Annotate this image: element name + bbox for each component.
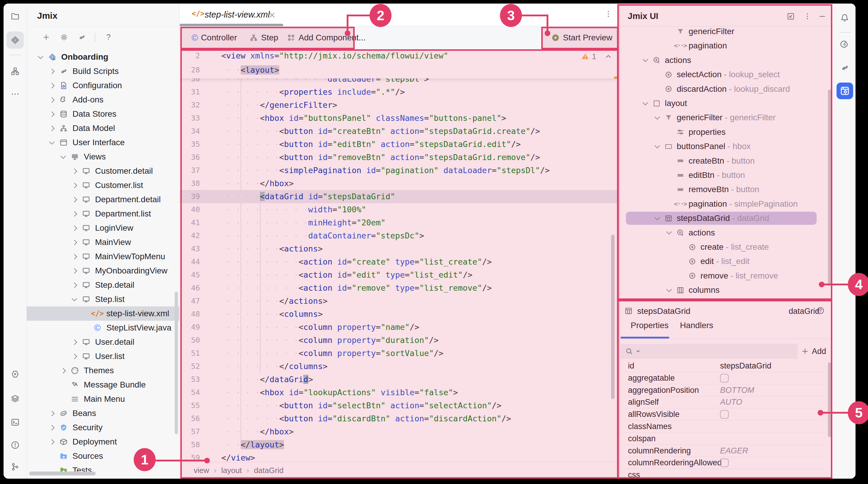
start-preview-button[interactable]: Start Preview [551, 26, 613, 49]
property-row-id[interactable]: idstepsDataGrid [620, 360, 824, 372]
editor-scrollbar[interactable] [611, 234, 615, 399]
hierarchy-item-actions[interactable]: actions [620, 226, 833, 240]
property-checkbox-columnReorderingAllowed[interactable] [720, 458, 729, 467]
step-entity-button[interactable]: Step [249, 26, 278, 49]
chevron-right-icon[interactable] [58, 365, 68, 376]
chevron-right-icon[interactable] [69, 194, 80, 205]
tree-item-step-list[interactable]: Step.list [27, 292, 180, 306]
code-line-57[interactable]: 57 </hbox> [180, 425, 618, 438]
ai-tool-icon[interactable] [838, 38, 851, 51]
code-line-38[interactable]: 38 </hbox> [180, 177, 618, 190]
hierarchy-item-genericFilter[interactable]: genericFilter [620, 24, 833, 39]
chevron-down-icon[interactable] [663, 227, 674, 238]
tree-item-onboarding[interactable]: Onboarding [27, 50, 180, 64]
code-line-58[interactable]: 58 </layout> [180, 438, 618, 451]
code-line-47[interactable]: 47 </actions> [180, 295, 618, 308]
code-line-59[interactable]: 59</view> [180, 451, 618, 462]
tree-item-beans[interactable]: Beans [27, 406, 180, 420]
terminal-tool-icon[interactable] [9, 416, 21, 428]
code-line-45[interactable]: 45 <action id="edit" type="list_edit"/> [180, 268, 618, 282]
gradle-icon[interactable] [76, 31, 88, 43]
question-icon[interactable]: ? [102, 31, 114, 43]
tree-item-mainview[interactable]: MainView [27, 235, 180, 250]
tree-item-build-scripts[interactable]: Build Scripts [27, 64, 180, 78]
property-row-classNames[interactable]: classNames [620, 420, 824, 432]
chevron-right-icon[interactable] [69, 351, 80, 362]
tree-item-data-stores[interactable]: Data Stores [27, 107, 180, 121]
controller-button[interactable]: © Controller [192, 26, 237, 49]
hierarchy-item-edit[interactable]: edit - list_edit [620, 254, 833, 268]
tree-item-department-list[interactable]: Department.list [27, 207, 180, 221]
code-line-56[interactable]: 56 <button id="discardBtn" action="disca… [180, 412, 618, 425]
property-row-aggregationPosition[interactable]: aggregationPositionBOTTOM [620, 384, 824, 396]
chevron-right-icon[interactable] [69, 280, 80, 290]
chevron-down-icon[interactable] [640, 55, 651, 66]
code-line-48[interactable]: 48 <columns> [180, 308, 618, 321]
code-line-39[interactable]: 39 <dataGrid id="stepsDataGrid" [180, 190, 618, 203]
tree-item-customer-list[interactable]: Customer.list [27, 178, 180, 192]
tab-properties[interactable]: Properties [631, 321, 669, 330]
chevron-right-icon[interactable] [46, 437, 57, 447]
jmix-tree-scrollbar[interactable] [828, 90, 831, 286]
property-checkbox-aggregatable[interactable] [720, 374, 729, 382]
property-row-columnRendering[interactable]: columnRenderingEAGER [620, 445, 824, 457]
tree-item-user-list[interactable]: User.list [27, 349, 180, 363]
code-line-52[interactable]: 52 </columns> [180, 360, 618, 373]
more-tool-icon[interactable] [9, 88, 21, 100]
add-component-button[interactable]: Add Component... [287, 26, 366, 49]
property-row-colspan[interactable]: colspan [620, 432, 824, 445]
tree-item-steplistview-java[interactable]: ©StepListView.java [27, 321, 180, 335]
minimize-panel-icon[interactable] [818, 12, 827, 21]
chevron-right-icon[interactable] [46, 80, 57, 91]
jmix-tool-icon[interactable] [6, 31, 24, 49]
chevron-down-icon[interactable] [46, 137, 57, 148]
code-line-32[interactable]: 32 </genericFilter> [180, 99, 618, 111]
chevron-right-icon[interactable] [69, 251, 80, 262]
code-line-51[interactable]: 51 <column property="sortValue"/> [180, 347, 618, 360]
property-row-allRowsVisible[interactable]: allRowsVisible [620, 408, 824, 420]
panel-options-icon[interactable] [803, 12, 812, 21]
run-hex-tool-icon[interactable] [9, 368, 21, 380]
hierarchy-item-columns[interactable]: columns [620, 283, 833, 297]
hierarchy-item-properties[interactable]: properties [620, 125, 833, 139]
tree-item-user-interface[interactable]: User Interface [27, 135, 180, 150]
help-icon[interactable] [816, 306, 825, 315]
tree-item-step-list-view-xml[interactable]: </>step-list-view.xml [27, 306, 180, 321]
property-row-alignSelf[interactable]: alignSelfAUTO [620, 396, 824, 408]
tree-item-user-detail[interactable]: User.detail [27, 335, 180, 349]
hierarchy-item-remove[interactable]: remove - list_remove [620, 269, 833, 283]
chevron-down-icon[interactable] [652, 213, 662, 224]
vcs-tool-icon[interactable] [9, 461, 21, 473]
tree-item-sources[interactable]: Sources [27, 449, 180, 463]
chevron-right-icon[interactable] [46, 408, 57, 419]
code-line-36[interactable]: 36 <button id="removeBtn" action="stepsD… [180, 151, 618, 164]
inspection-widget[interactable]: 1 [581, 51, 618, 62]
editor-options-icon[interactable] [604, 9, 613, 19]
chevron-right-icon[interactable] [46, 94, 57, 105]
chevron-down-icon[interactable] [640, 98, 651, 109]
code-line-41[interactable]: 41 minHeight="20em" [180, 216, 618, 229]
services-tool-icon[interactable] [9, 392, 21, 405]
chevron-down-icon[interactable] [58, 152, 68, 162]
tree-item-security[interactable]: Security [27, 420, 180, 435]
chevron-right-icon[interactable] [69, 265, 80, 276]
property-value[interactable]: BOTTOM [720, 384, 754, 396]
gear-icon[interactable] [58, 31, 70, 43]
chevron-right-icon[interactable] [69, 180, 80, 191]
property-row-columnReorderingAllowed[interactable]: columnReorderingAllowed [620, 457, 824, 469]
tree-item-add-ons[interactable]: Add-ons [27, 93, 180, 107]
code-line-40[interactable]: 40 width="100%" [180, 203, 618, 216]
tree-item-message-bundle[interactable]: Message Bundle [27, 378, 180, 392]
chevron-right-icon[interactable] [46, 123, 57, 134]
property-row-css[interactable]: css [620, 469, 824, 479]
tree-item-mainviewtopmenu[interactable]: MainViewTopMenu [27, 250, 180, 264]
code-line-31[interactable]: 31 <properties include=".*"/> [180, 86, 618, 99]
hierarchy-item-selectAction[interactable]: selectAction - lookup_select [620, 67, 833, 82]
hierarchy-item-create[interactable]: create - list_create [620, 240, 833, 254]
chevron-down-icon[interactable] [35, 52, 46, 62]
jmixui-tool-icon[interactable] [837, 83, 853, 99]
tab-step-list-view[interactable]: step-list-view.xml [205, 4, 270, 26]
hierarchy-item-removeBtn[interactable]: removeBtn - button [620, 182, 833, 197]
tree-item-deployment[interactable]: Deployment [27, 435, 180, 449]
property-checkbox-allRowsVisible[interactable] [720, 410, 729, 419]
